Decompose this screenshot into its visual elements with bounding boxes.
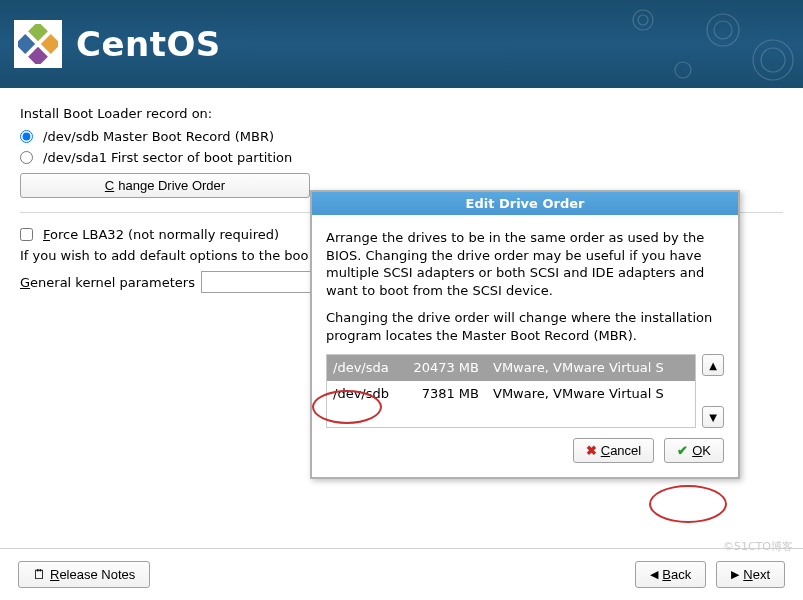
svg-point-9 — [761, 48, 785, 72]
drive-desc: VMware, VMware Virtual S — [493, 359, 689, 377]
radio-first-sector-row[interactable]: /dev/sda1 First sector of boot partition — [20, 150, 783, 165]
back-button[interactable]: ◀ Back — [635, 561, 706, 588]
note-icon: 🗒 — [33, 567, 46, 582]
svg-rect-0 — [28, 24, 48, 41]
svg-point-5 — [638, 15, 648, 25]
reorder-buttons: ▲ ▼ — [702, 354, 724, 428]
kernel-hint: If you wish to add default options to th… — [20, 248, 308, 263]
radio-mbr-row[interactable]: /dev/sdb Master Boot Record (MBR) — [20, 129, 783, 144]
cancel-button[interactable]: ✖ Cancel — [573, 438, 654, 463]
force-lba-label: Force LBA32 (not normally required) — [43, 227, 279, 242]
drive-size: 20473 MB — [409, 359, 483, 377]
drive-dev: /dev/sda — [333, 359, 399, 377]
header-decoration — [603, 0, 803, 88]
move-down-button[interactable]: ▼ — [702, 406, 724, 428]
annotation-ellipse — [649, 485, 727, 523]
centos-logo — [14, 20, 62, 68]
svg-point-6 — [707, 14, 739, 46]
kernel-params-label: General kernel parameters — [20, 275, 195, 290]
centos-logo-icon — [18, 24, 58, 64]
back-icon: ◀ — [650, 568, 658, 581]
drive-dev: /dev/sdb — [333, 385, 399, 403]
kernel-params-input[interactable] — [201, 271, 311, 293]
down-icon: ▼ — [709, 411, 717, 425]
radio-first-sector[interactable] — [20, 151, 33, 164]
cancel-icon: ✖ — [586, 443, 597, 458]
brand-text: CentOS — [76, 24, 221, 64]
dialog-para1: Arrange the drives to be in the same ord… — [326, 229, 724, 299]
install-label: Install Boot Loader record on: — [20, 106, 783, 121]
move-up-button[interactable]: ▲ — [702, 354, 724, 376]
ok-icon: ✔ — [677, 443, 688, 458]
svg-rect-3 — [28, 47, 48, 64]
edit-drive-order-dialog: Edit Drive Order Arrange the drives to b… — [310, 190, 740, 479]
drive-size: 7381 MB — [409, 385, 483, 403]
svg-point-7 — [714, 21, 732, 39]
ok-button[interactable]: ✔ OK — [664, 438, 724, 463]
dialog-body: Arrange the drives to be in the same ord… — [312, 215, 738, 438]
footer-bar: 🗒 Release Notes ◀ Back ▶ Next — [0, 548, 803, 600]
drive-table[interactable]: /dev/sda 20473 MB VMware, VMware Virtual… — [326, 354, 696, 428]
radio-first-sector-label: /dev/sda1 First sector of boot partition — [43, 150, 292, 165]
table-row[interactable]: /dev/sda 20473 MB VMware, VMware Virtual… — [327, 355, 695, 381]
dialog-title: Edit Drive Order — [312, 192, 738, 215]
up-icon: ▲ — [709, 359, 717, 373]
svg-point-10 — [675, 62, 691, 78]
force-lba-checkbox[interactable] — [20, 228, 33, 241]
next-icon: ▶ — [731, 568, 739, 581]
next-button[interactable]: ▶ Next — [716, 561, 785, 588]
table-row[interactable]: /dev/sdb 7381 MB VMware, VMware Virtual … — [327, 381, 695, 407]
svg-point-4 — [633, 10, 653, 30]
drive-desc: VMware, VMware Virtual S — [493, 385, 689, 403]
watermark: ©51CTO博客 — [723, 539, 793, 554]
app-header: CentOS — [0, 0, 803, 88]
svg-point-8 — [753, 40, 793, 80]
radio-mbr-label: /dev/sdb Master Boot Record (MBR) — [43, 129, 274, 144]
change-drive-order-button[interactable]: Change Drive Order — [20, 173, 310, 198]
radio-mbr[interactable] — [20, 130, 33, 143]
release-notes-button[interactable]: 🗒 Release Notes — [18, 561, 150, 588]
dialog-para2: Changing the drive order will change whe… — [326, 309, 724, 344]
svg-rect-1 — [41, 34, 58, 54]
svg-rect-2 — [18, 34, 35, 54]
